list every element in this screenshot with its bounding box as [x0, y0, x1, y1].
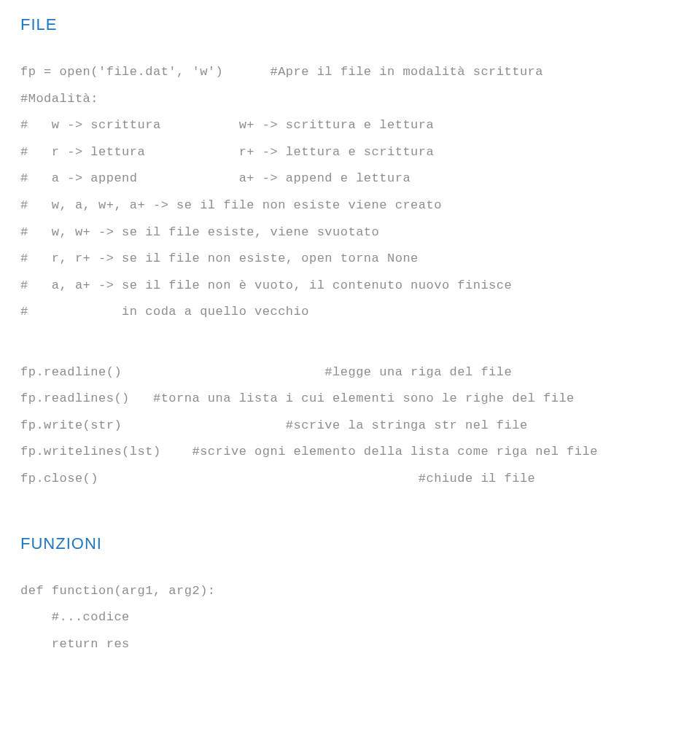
code-line: return res [20, 631, 700, 658]
section-heading-funzioni: FUNZIONI [20, 526, 700, 561]
code-line: # r, r+ -> se il file non esiste, open t… [20, 246, 700, 273]
code-line: def function(arg1, arg2): [20, 578, 700, 605]
code-line: #Modalità: [20, 86, 700, 113]
code-line: fp.readlines() #torna una lista i cui el… [20, 386, 700, 413]
code-line: # r -> lettura r+ -> lettura e scrittura [20, 139, 700, 166]
file-open-block: fp = open('file.dat', 'w') #Apre il file… [20, 59, 700, 325]
code-line: fp.writelines(lst) #scrive ogni elemento… [20, 439, 700, 466]
code-line: fp.write(str) #scrive la stringa str nel… [20, 413, 700, 440]
section-heading-file: FILE [20, 7, 700, 42]
code-line: # in coda a quello vecchio [20, 299, 700, 326]
code-line: # w, a, w+, a+ -> se il file non esiste … [20, 192, 700, 219]
funzioni-block: def function(arg1, arg2): #...codice ret… [20, 578, 700, 658]
code-line: fp = open('file.dat', 'w') #Apre il file… [20, 59, 700, 86]
code-line: # w -> scrittura w+ -> scrittura e lettu… [20, 112, 700, 139]
code-line: fp.close() #chiude il file [20, 466, 700, 493]
code-line: # a, a+ -> se il file non è vuoto, il co… [20, 273, 700, 300]
code-line: # w, w+ -> se il file esiste, viene svuo… [20, 219, 700, 246]
code-line: fp.readline() #legge una riga del file [20, 359, 700, 386]
code-line: # a -> append a+ -> append e lettura [20, 165, 700, 192]
code-line: #...codice [20, 604, 700, 631]
file-methods-block: fp.readline() #legge una riga del file f… [20, 359, 700, 493]
